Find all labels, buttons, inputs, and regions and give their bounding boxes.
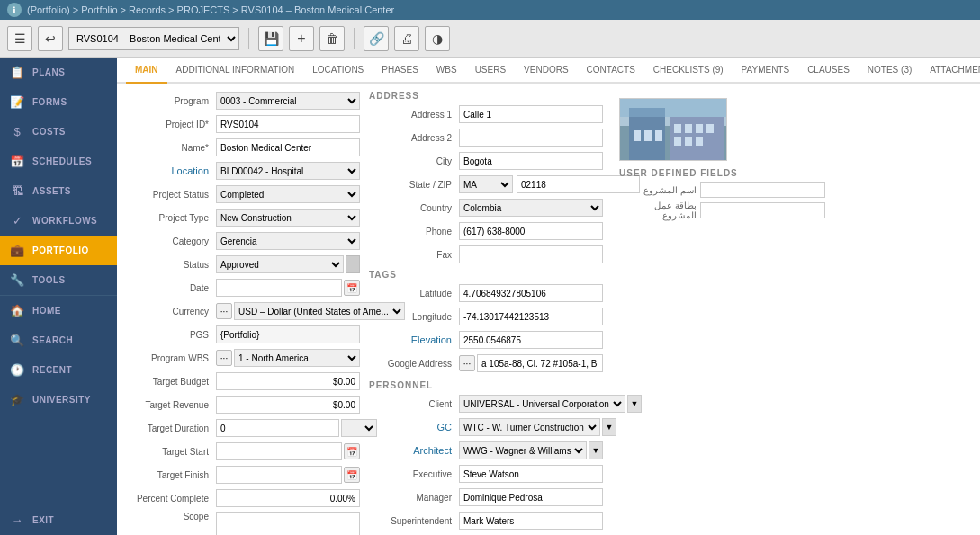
costs-icon: $ bbox=[9, 125, 25, 138]
longitude-input[interactable] bbox=[459, 308, 603, 325]
status-select[interactable]: Approved bbox=[216, 255, 344, 273]
target-start-input[interactable] bbox=[216, 442, 342, 460]
target-finish-input[interactable] bbox=[216, 466, 342, 484]
gc-link[interactable]: GC bbox=[437, 422, 453, 432]
gc-select[interactable]: WTC - W. Turner Construction bbox=[459, 418, 600, 436]
category-row: Category Gerencia bbox=[126, 231, 360, 251]
svg-rect-14 bbox=[620, 99, 727, 117]
tab-payments[interactable]: PAYMENTS bbox=[733, 58, 799, 84]
tab-contacts[interactable]: CONTACTS bbox=[578, 58, 644, 84]
name-input[interactable] bbox=[216, 138, 360, 156]
latitude-input[interactable] bbox=[459, 284, 603, 302]
search-icon: 🔍 bbox=[9, 334, 25, 347]
sidebar-item-tools[interactable]: 🔧 TOOLS bbox=[0, 265, 117, 295]
save-button[interactable]: 💾 bbox=[258, 26, 283, 51]
tab-notes[interactable]: NOTES (3) bbox=[859, 58, 921, 84]
tab-users[interactable]: USERS bbox=[466, 58, 515, 84]
top-bar: ℹ (Portfolio) > Portfolio > Records > PR… bbox=[0, 0, 980, 20]
address2-input[interactable] bbox=[459, 129, 603, 147]
program-wbs-select[interactable]: 1 - North America bbox=[234, 349, 360, 367]
print-button[interactable]: 🖨 bbox=[394, 26, 419, 51]
tab-wbs[interactable]: WBS bbox=[427, 58, 466, 84]
scope-label: Scope bbox=[126, 512, 216, 522]
record-selector[interactable]: RVS0104 – Boston Medical Center bbox=[68, 27, 239, 50]
tab-phases[interactable]: PHASES bbox=[373, 58, 427, 84]
executive-input[interactable] bbox=[459, 465, 603, 483]
target-start-calendar-icon[interactable]: 📅 bbox=[344, 443, 360, 459]
sidebar-item-exit[interactable]: → EXIT bbox=[0, 505, 117, 535]
delete-button[interactable]: 🗑 bbox=[319, 26, 345, 51]
tab-locations[interactable]: LOCATIONS bbox=[303, 58, 373, 84]
date-input-wrap: 📅 bbox=[216, 279, 360, 297]
user-field-1-input[interactable] bbox=[700, 182, 825, 198]
sidebar-item-recent[interactable]: 🕐 RECENT bbox=[0, 355, 117, 385]
info-icon[interactable]: ℹ bbox=[7, 3, 22, 17]
sidebar-item-forms[interactable]: 📝 FORMS bbox=[0, 87, 117, 117]
client-select[interactable]: UNIVERSAL - Universal Corporation bbox=[459, 395, 625, 413]
city-input[interactable] bbox=[459, 152, 603, 170]
manager-input[interactable] bbox=[459, 488, 603, 506]
add-button[interactable]: + bbox=[289, 26, 314, 51]
user-field-2-input[interactable] bbox=[700, 202, 825, 218]
architect-select[interactable]: WWG - Wagner & Williams bbox=[459, 441, 587, 459]
country-label: Country bbox=[369, 203, 459, 213]
status-row: Status Approved bbox=[126, 254, 360, 274]
project-id-row: Project ID* bbox=[126, 114, 360, 134]
target-budget-input[interactable] bbox=[216, 372, 360, 390]
sidebar-item-workflows[interactable]: ✓ WORKFLOWS bbox=[0, 206, 117, 236]
date-input[interactable] bbox=[216, 279, 342, 297]
superintendent-input[interactable] bbox=[459, 512, 603, 530]
phone-input[interactable] bbox=[459, 222, 603, 240]
project-status-select[interactable]: Completed bbox=[216, 185, 360, 203]
pgs-input[interactable] bbox=[216, 325, 360, 343]
sidebar-item-costs[interactable]: $ COSTS bbox=[0, 117, 117, 147]
architect-link[interactable]: Architect bbox=[413, 445, 452, 456]
program-input-wrap: 0003 - Commercial bbox=[216, 92, 360, 110]
phone-label: Phone bbox=[369, 227, 459, 236]
sidebar-item-home[interactable]: 🏠 HOME bbox=[0, 295, 117, 325]
project-type-select[interactable]: New Construction bbox=[216, 209, 360, 227]
tab-additional-information[interactable]: ADDITIONAL INFORMATION bbox=[167, 58, 304, 84]
sidebar-item-search[interactable]: 🔍 SEARCH bbox=[0, 325, 117, 355]
location-link[interactable]: Location bbox=[171, 165, 209, 176]
tab-clauses[interactable]: CLAUSES bbox=[798, 58, 859, 84]
tab-main[interactable]: MAIN bbox=[126, 58, 167, 84]
country-select[interactable]: Colombia bbox=[459, 199, 603, 217]
sidebar-item-assets[interactable]: 🏗 ASSETS bbox=[0, 176, 117, 206]
state-select[interactable]: MA bbox=[459, 175, 513, 193]
date-picker-icon[interactable]: 📅 bbox=[344, 280, 360, 296]
google-address-more-icon[interactable]: ··· bbox=[459, 355, 475, 371]
list-button[interactable]: ☰ bbox=[7, 26, 32, 51]
sidebar-item-schedules[interactable]: 📅 SCHEDULES bbox=[0, 147, 117, 176]
address1-input[interactable] bbox=[459, 105, 603, 123]
sidebar-item-plans[interactable]: 📋 PLANS bbox=[0, 58, 117, 87]
location-select[interactable]: BLD00042 - Hospital bbox=[216, 162, 360, 180]
sidebar-item-portfolio[interactable]: 💼 PORTFOLIO bbox=[0, 236, 117, 265]
toggle-button[interactable]: ◑ bbox=[425, 26, 450, 51]
tab-attachments[interactable]: ATTACHMENTS (4) bbox=[921, 58, 980, 84]
currency-more-icon[interactable]: ··· bbox=[216, 303, 232, 319]
target-duration-input[interactable] bbox=[216, 419, 339, 437]
svg-rect-10 bbox=[706, 124, 714, 133]
status-label: Status bbox=[126, 260, 216, 270]
sidebar-item-university[interactable]: 🎓 UNIVERSITY bbox=[0, 385, 117, 415]
category-select[interactable]: Gerencia bbox=[216, 232, 360, 250]
target-revenue-input[interactable] bbox=[216, 396, 360, 414]
project-id-input[interactable] bbox=[216, 115, 360, 133]
program-select[interactable]: 0003 - Commercial bbox=[216, 92, 360, 110]
tab-vendors[interactable]: VENDORS bbox=[515, 58, 577, 84]
elevation-link[interactable]: Elevation bbox=[411, 334, 452, 345]
superintendent-label: Superintendent bbox=[369, 516, 459, 526]
google-address-input[interactable] bbox=[477, 354, 603, 372]
tab-checklists[interactable]: CHECKLISTS (9) bbox=[644, 58, 733, 84]
program-wbs-more-icon[interactable]: ··· bbox=[216, 350, 232, 366]
project-type-label: Project Type bbox=[126, 213, 216, 223]
sidebar-item-label: COSTS bbox=[32, 127, 66, 137]
elevation-input[interactable] bbox=[459, 331, 603, 349]
percent-complete-input[interactable] bbox=[216, 489, 360, 507]
link-button[interactable]: 🔗 bbox=[364, 26, 389, 51]
undo-button[interactable]: ↩ bbox=[38, 26, 63, 51]
target-finish-calendar-icon[interactable]: 📅 bbox=[344, 467, 360, 483]
fax-input[interactable] bbox=[459, 245, 603, 263]
scope-textarea[interactable] bbox=[216, 512, 360, 535]
